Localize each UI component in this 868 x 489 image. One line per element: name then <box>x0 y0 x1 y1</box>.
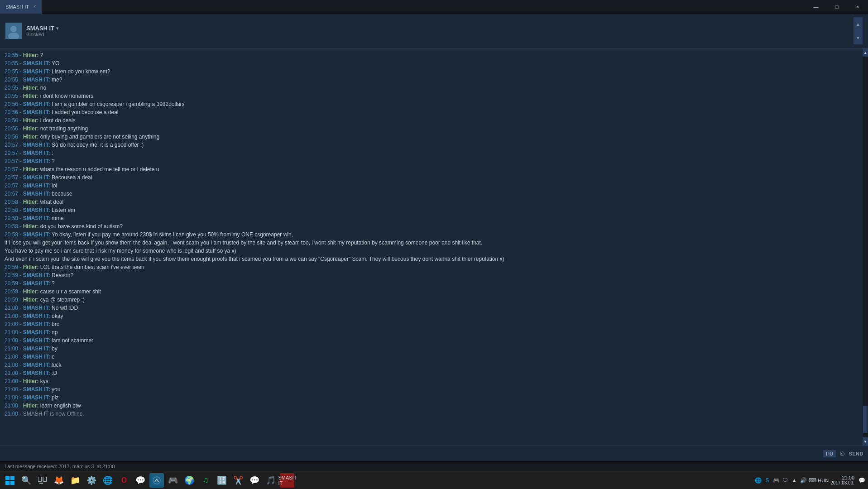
discord-tray-icon[interactable]: 🎮 <box>772 477 780 484</box>
header-right: ▲ ▼ <box>854 17 863 44</box>
message-line: 20:59 - SMASH IT: ? <box>5 279 858 288</box>
scroll-down-arrow[interactable]: ▼ <box>863 437 868 446</box>
chat-tab[interactable]: SMASH IT × <box>0 0 42 14</box>
firefox-icon[interactable]: 🦊 <box>52 473 66 488</box>
task-view-icon[interactable] <box>35 473 50 488</box>
input-area: HU ☺ SEND <box>0 446 868 461</box>
maximize-button[interactable]: □ <box>826 0 847 14</box>
keyboard-icon[interactable]: ⌨ <box>809 477 816 484</box>
message-line: 21:00 - SMASH IT: by <box>5 345 858 353</box>
message-line: 21:00 - Hitler: kys <box>5 377 858 385</box>
message-line: 20:55 - Hitler: ? <box>5 51 858 59</box>
svg-point-10 <box>153 477 160 484</box>
taskbar: 🔍 🦊 📁 ⚙️ 🌐 O 💬 🎮 🌍 <box>0 471 868 489</box>
network-icon[interactable]: 🌐 <box>754 477 762 484</box>
message-line: 21:00 - SMASH IT: okay <box>5 312 858 320</box>
system-tray: 🌐 S 🎮 🛡 ▲ 🔊 ⌨ <box>754 477 816 484</box>
message-line: 20:55 - SMASH IT: me? <box>5 76 858 84</box>
active-steam-chat[interactable]: SMASH IT <box>280 473 294 488</box>
svg-point-1 <box>10 26 17 32</box>
scroll-thumb[interactable] <box>863 406 868 433</box>
skype-icon[interactable]: 💬 <box>133 473 148 488</box>
message-line: 20:57 - SMASH IT: Becousea a deal <box>5 173 858 182</box>
svg-rect-4 <box>10 476 14 480</box>
scroll-up-arrow[interactable]: ▲ <box>863 48 868 57</box>
message-line: 20:58 - Hitler: what deal <box>5 198 858 206</box>
contact-info: SMASH IT ▾ Blocked <box>26 25 58 37</box>
last-message-label: Last message received: 2017. március 3. … <box>5 464 115 469</box>
message-line: 20:57 - SMASH IT: becouse <box>5 190 858 198</box>
emoji-button[interactable]: ☺ <box>839 450 846 458</box>
message-line: 20:59 - Hitler: LOL thats the dumbest sc… <box>5 263 858 271</box>
notification-icon[interactable]: 💬 <box>858 477 865 484</box>
chrome-icon[interactable]: 🌐 <box>101 473 115 488</box>
message-line: 21:00 - SMASH IT: plz <box>5 393 858 402</box>
search-taskbar-icon[interactable]: 🔍 <box>19 473 34 488</box>
send-button[interactable]: SEND <box>849 451 863 456</box>
message-line: 20:58 - SMASH IT: Listen em <box>5 206 858 214</box>
message-line: 21:00 - SMASH IT: e <box>5 353 858 361</box>
icon-extra1[interactable]: 🎮 <box>166 473 180 488</box>
scroll-up-btn[interactable]: ▲ <box>854 17 863 31</box>
svg-rect-6 <box>10 481 14 485</box>
message-line: 21:00 - SMASH IT: No wtf :DD <box>5 304 858 312</box>
tab-close-btn[interactable]: × <box>34 4 36 9</box>
contact-name: SMASH IT ▾ <box>26 25 58 32</box>
taskbar-left: 🔍 🦊 📁 ⚙️ 🌐 O 💬 🎮 🌍 <box>3 473 294 488</box>
message-line: 20:56 - Hitler: not trading anything <box>5 125 858 133</box>
taskbar-clock: 21:00 2017.03.03. <box>830 475 854 485</box>
icon-extra4[interactable]: 💬 <box>247 473 262 488</box>
message-line: 20:59 - Hitler: cause u r a scammer shit <box>5 288 858 296</box>
message-line: 20:56 - Hitler: i dont do deals <box>5 116 858 125</box>
message-line: 20:57 - SMASH IT: : <box>5 149 858 157</box>
minimize-button[interactable]: — <box>806 0 826 14</box>
close-button[interactable]: × <box>847 0 868 14</box>
svg-rect-8 <box>43 477 47 481</box>
message-line: 21:00 - SMASH IT is now Offline. <box>5 410 858 418</box>
spotify-icon[interactable]: ♫ <box>198 473 213 488</box>
right-scrollbar: ▲ ▼ <box>863 48 868 446</box>
messages-scroll-wrapper: 20:55 - Hitler: ?20:55 - SMASH IT: YO20:… <box>0 48 868 446</box>
lang-label: HUN <box>820 477 827 484</box>
svg-rect-7 <box>38 477 42 481</box>
message-line: 20:55 - Hitler: no <box>5 84 858 92</box>
taskbar-right: 🌐 S 🎮 🛡 ▲ 🔊 ⌨ HUN 21:00 2017.03.03. 💬 <box>754 475 865 485</box>
file-explorer-icon[interactable]: 📁 <box>68 473 82 488</box>
message-line: 20:56 - Hitler: only buying and gamblers… <box>5 133 858 141</box>
icon-extra3[interactable]: ✂️ <box>231 473 245 488</box>
language-button[interactable]: HU <box>823 450 836 457</box>
message-input[interactable] <box>5 451 820 457</box>
scroll-track <box>863 57 868 437</box>
message-line: 20:57 - Hitler: whats the reason u added… <box>5 165 858 173</box>
message-line: 20:57 - SMASH IT: So do not obey me, it … <box>5 141 858 149</box>
title-bar: SMASH IT × — □ × <box>0 0 868 14</box>
steam-icon[interactable] <box>149 473 164 488</box>
message-line: 21:00 - SMASH IT: iam not scammer <box>5 336 858 345</box>
shield-icon[interactable]: 🛡 <box>782 477 789 484</box>
steam-tray-icon[interactable]: S <box>763 477 771 484</box>
message-line: 21:00 - SMASH IT: :D <box>5 369 858 377</box>
calc-icon[interactable]: 🔢 <box>215 473 229 488</box>
message-line: 20:56 - SMASH IT: I added you becouse a … <box>5 108 858 116</box>
message-line: 20:57 - SMASH IT: ? <box>5 157 858 165</box>
message-line: 21:00 - SMASH IT: np <box>5 328 858 336</box>
avatar <box>5 23 22 39</box>
message-line: 20:58 - SMASH IT: mme <box>5 214 858 222</box>
contact-status: Blocked <box>26 32 58 37</box>
icon-extra5[interactable]: 🎵 <box>264 473 278 488</box>
settings-icon[interactable]: ⚙️ <box>84 473 99 488</box>
message-line: 20:57 - SMASH IT: lol <box>5 182 858 190</box>
volume-icon[interactable]: 🔊 <box>800 477 807 484</box>
scroll-down-btn[interactable]: ▼ <box>854 31 863 44</box>
chat-container: SMASH IT ▾ Blocked ▲ ▼ 20:55 - Hitler: ?… <box>0 14 868 471</box>
message-line: 20:58 - SMASH IT: Yo okay, listen if you… <box>5 230 858 239</box>
icon-extra2[interactable]: 🌍 <box>182 473 197 488</box>
footer: Last message received: 2017. március 3. … <box>0 461 868 471</box>
message-line: And even if i scam you, the site will gi… <box>5 255 858 263</box>
start-button[interactable] <box>3 473 17 488</box>
arrow-up-icon[interactable]: ▲ <box>791 477 798 484</box>
messages-area[interactable]: 20:55 - Hitler: ?20:55 - SMASH IT: YO20:… <box>0 48 863 446</box>
opera-icon[interactable]: O <box>117 473 131 488</box>
message-line: 20:58 - Hitler: do you have some kind of… <box>5 222 858 230</box>
message-line: 21:00 - Hitler: learn english btw <box>5 402 858 410</box>
